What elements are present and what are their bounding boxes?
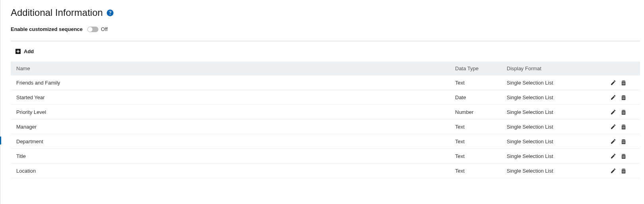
- table-row: ManagerTextSingle Selection List: [11, 119, 640, 134]
- row-actions: [610, 94, 634, 100]
- edit-button[interactable]: [610, 79, 616, 86]
- delete-button[interactable]: [620, 123, 627, 130]
- column-header-display-format: Display Format: [501, 62, 604, 75]
- row-actions: [610, 123, 634, 130]
- delete-button[interactable]: [620, 138, 627, 144]
- cell-data-type: Text: [450, 75, 501, 90]
- cell-display-format: Single Selection List: [501, 105, 604, 119]
- cell-name: Title: [11, 149, 450, 164]
- table-row: Friends and FamilyTextSingle Selection L…: [11, 75, 640, 90]
- cell-actions: [604, 90, 640, 105]
- table-row: LocationTextSingle Selection List: [11, 164, 640, 178]
- edit-button[interactable]: [610, 109, 616, 115]
- cell-actions: [604, 149, 640, 164]
- add-label: Add: [24, 48, 34, 54]
- trash-icon: [621, 109, 627, 115]
- side-accent: [0, 137, 1, 144]
- pencil-icon: [610, 109, 616, 115]
- table-row: DepartmentTextSingle Selection List: [11, 134, 640, 149]
- cell-data-type: Number: [450, 105, 501, 119]
- toggle-label: Enable customized sequence: [11, 26, 83, 32]
- cell-data-type: Date: [450, 90, 501, 105]
- trash-icon: [621, 168, 627, 174]
- delete-button[interactable]: [620, 94, 627, 100]
- cell-display-format: Single Selection List: [501, 119, 604, 134]
- cell-name: Friends and Family: [11, 75, 450, 90]
- add-row: Add: [11, 41, 644, 62]
- cell-data-type: Text: [450, 164, 501, 178]
- fields-table: Name Data Type Display Format Friends an…: [11, 62, 640, 178]
- row-actions: [610, 109, 634, 115]
- cell-name: Started Year: [11, 90, 450, 105]
- pencil-icon: [610, 94, 616, 100]
- trash-icon: [621, 94, 627, 100]
- delete-button[interactable]: [620, 109, 627, 115]
- toggle-row: Enable customized sequence Off: [11, 26, 640, 41]
- cell-display-format: Single Selection List: [501, 75, 604, 90]
- cell-display-format: Single Selection List: [501, 134, 604, 149]
- toggle-state: Off: [101, 26, 108, 32]
- cell-actions: [604, 164, 640, 178]
- table-header-row: Name Data Type Display Format: [11, 62, 640, 75]
- row-actions: [610, 153, 634, 159]
- edit-button[interactable]: [610, 167, 616, 174]
- toggle-knob-icon: [88, 27, 92, 32]
- pencil-icon: [610, 153, 616, 159]
- trash-icon: [621, 80, 627, 86]
- cell-display-format: Single Selection List: [501, 149, 604, 164]
- cell-name: Department: [11, 134, 450, 149]
- pencil-icon: [610, 124, 616, 130]
- plus-icon: [15, 49, 21, 54]
- table-row: TitleTextSingle Selection List: [11, 149, 640, 164]
- column-header-name: Name: [11, 62, 450, 75]
- edit-button[interactable]: [610, 94, 616, 100]
- cell-data-type: Text: [450, 119, 501, 134]
- cell-name: Priority Level: [11, 105, 450, 119]
- pencil-icon: [610, 80, 616, 86]
- pencil-icon: [610, 139, 616, 144]
- table-row: Started YearDateSingle Selection List: [11, 90, 640, 105]
- row-actions: [610, 138, 634, 144]
- table-row: Priority LevelNumberSingle Selection Lis…: [11, 105, 640, 119]
- cell-data-type: Text: [450, 134, 501, 149]
- toggle-track-icon: [87, 27, 98, 32]
- delete-button[interactable]: [620, 79, 627, 86]
- cell-actions: [604, 75, 640, 90]
- edit-button[interactable]: [610, 138, 616, 144]
- cell-name: Manager: [11, 119, 450, 134]
- cell-actions: [604, 134, 640, 149]
- trash-icon: [621, 139, 627, 144]
- add-button[interactable]: Add: [15, 48, 34, 54]
- row-actions: [610, 79, 634, 86]
- row-actions: [610, 167, 634, 174]
- cell-data-type: Text: [450, 149, 501, 164]
- delete-button[interactable]: [620, 167, 627, 174]
- cell-actions: [604, 105, 640, 119]
- pencil-icon: [610, 168, 616, 174]
- cell-actions: [604, 119, 640, 134]
- svg-rect-3: [17, 51, 19, 52]
- column-header-actions: [604, 62, 640, 75]
- column-header-data-type: Data Type: [450, 62, 501, 75]
- page-header: Additional Information: [11, 7, 644, 18]
- delete-button[interactable]: [620, 153, 627, 159]
- edit-button[interactable]: [610, 153, 616, 159]
- help-icon[interactable]: [107, 10, 113, 16]
- trash-icon: [621, 124, 627, 130]
- page-title: Additional Information: [11, 7, 103, 18]
- cell-display-format: Single Selection List: [501, 90, 604, 105]
- trash-icon: [621, 153, 627, 159]
- cell-display-format: Single Selection List: [501, 164, 604, 178]
- customized-sequence-toggle[interactable]: Off: [87, 26, 108, 32]
- edit-button[interactable]: [610, 123, 616, 130]
- cell-name: Location: [11, 164, 450, 178]
